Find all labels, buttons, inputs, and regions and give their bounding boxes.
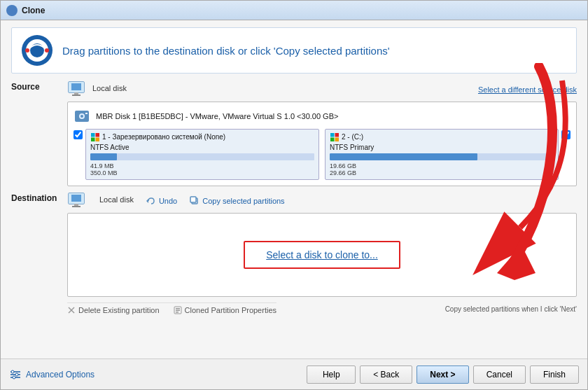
cloned-props-option: Cloned Partition Properties	[174, 306, 276, 314]
source-disk-container: MBR Disk 1 [B1BE5DBC] - VMware, VMware V…	[67, 102, 577, 186]
svg-rect-16	[91, 138, 95, 142]
delete-label: Delete Existing partition	[78, 306, 160, 314]
bottom-options: Delete Existing partition Cloned Partiti…	[67, 302, 276, 317]
svg-rect-21	[335, 138, 340, 142]
svg-rect-34	[176, 308, 180, 309]
footer-bar: Advanced Options Help < Back Next > Canc…	[1, 358, 587, 389]
back-button[interactable]: < Back	[360, 365, 412, 384]
finish-button[interactable]: Finish	[530, 365, 579, 384]
destination-section: Destination Local disk	[11, 192, 577, 346]
content-area: Drag partitions to the destination disk …	[1, 20, 587, 358]
undo-button[interactable]: Undo	[146, 196, 177, 206]
partition-1-footer: 41.9 MB 350.0 MB	[90, 162, 314, 176]
svg-marker-27	[146, 199, 148, 203]
title-bar-title: Clone	[22, 6, 45, 15]
next-button[interactable]: Next >	[416, 365, 468, 384]
partition-2-size1: 19.66 GB	[330, 162, 356, 169]
partition-2-footer: 19.66 GB 29.66 GB	[330, 162, 554, 176]
svg-point-40	[11, 370, 14, 373]
source-header-row: Local disk Select a different source dis…	[67, 81, 577, 99]
source-monitor-icon	[67, 81, 87, 99]
partition-1-type: NTFS Active	[90, 144, 314, 151]
svg-rect-24	[71, 195, 81, 202]
source-content: Local disk Select a different source dis…	[67, 81, 577, 186]
svg-point-4	[45, 48, 49, 53]
partition-2-size2: 29.66 GB	[330, 169, 356, 176]
disk-header: MBR Disk 1 [B1BE5DBC] - VMware, VMware V…	[74, 108, 570, 125]
svg-rect-26	[72, 206, 80, 207]
svg-rect-17	[96, 138, 100, 142]
svg-rect-36	[176, 312, 178, 313]
svg-rect-14	[91, 133, 95, 137]
app-logo	[20, 34, 54, 67]
select-disk-button[interactable]: Select a disk to clone to...	[244, 241, 400, 269]
copy-note: Copy selected partitions when I click 'N…	[276, 305, 577, 313]
delete-icon	[67, 306, 76, 314]
partition-2-type: NTFS Primary	[330, 144, 554, 151]
windows-icon-2	[330, 132, 340, 142]
undo-label: Undo	[159, 197, 177, 205]
partition-1-bar-container	[90, 153, 314, 160]
copy-icon	[190, 196, 200, 206]
dest-label: Destination	[11, 192, 67, 203]
source-label: Source	[11, 81, 67, 92]
disk-title: MBR Disk 1 [B1BE5DBC] - VMware, VMware V…	[96, 112, 338, 120]
help-button[interactable]: Help	[307, 365, 356, 384]
partition-1-bar	[90, 153, 117, 160]
delete-partition-option: Delete Existing partition	[67, 306, 160, 314]
footer-left: Advanced Options	[9, 368, 94, 381]
svg-rect-29	[190, 197, 196, 202]
source-sublabel: Local disk	[92, 84, 127, 92]
advanced-icon	[9, 368, 22, 381]
partition-2-check-col	[561, 129, 570, 180]
partition-2-bar-container	[330, 153, 554, 160]
dest-actions-row: Local disk Undo	[67, 192, 577, 210]
partition-2-container: 2 - (C:) NTFS Primary 19.66 GB 29.66 G	[325, 129, 570, 180]
select-different-source-link[interactable]: Select a different source disk	[478, 85, 577, 94]
partition-1: 1 - Зарезервировано системой (None) NTFS…	[85, 129, 319, 180]
partition-1-size1: 41.9 MB	[90, 162, 118, 169]
partition-1-checkbox[interactable]	[74, 130, 83, 139]
partition-2: 2 - (C:) NTFS Primary 19.66 GB 29.66 G	[325, 129, 559, 180]
partitions-row: 1 - Зарезервировано системой (None) NTFS…	[74, 129, 570, 180]
svg-rect-25	[74, 204, 78, 206]
header-instruction: Drag partitions to the destination disk …	[62, 45, 390, 57]
title-bar: Clone	[1, 1, 587, 20]
svg-rect-7	[71, 83, 81, 90]
destination-box: Select a disk to clone to...	[67, 213, 577, 297]
copy-selected-label: Copy selected partitions	[202, 197, 284, 205]
svg-rect-15	[96, 133, 100, 137]
clone-window: Clone Drag partitions to the destination…	[0, 0, 588, 390]
partition-1-check-col	[74, 129, 83, 180]
undo-icon	[146, 196, 156, 206]
dest-content: Local disk Undo	[67, 192, 577, 317]
svg-point-3	[25, 48, 29, 53]
partition-2-bar	[330, 153, 477, 160]
header-banner: Drag partitions to the destination disk …	[11, 27, 577, 74]
windows-icon-1	[90, 132, 100, 142]
svg-rect-9	[72, 95, 80, 96]
svg-point-41	[15, 373, 18, 376]
dest-sublabel: Local disk	[99, 195, 134, 204]
dest-monitor-icon	[67, 192, 87, 210]
advanced-options-link[interactable]: Advanced Options	[26, 370, 94, 379]
partition-1-label: 1 - Зарезервировано системой (None)	[102, 133, 225, 141]
copy-selected-button[interactable]: Copy selected partitions	[190, 196, 284, 206]
title-bar-icon	[6, 5, 18, 16]
cloned-props-label: Cloned Partition Properties	[185, 306, 276, 314]
cancel-button[interactable]: Cancel	[473, 365, 526, 384]
partition-1-container: 1 - Зарезервировано системой (None) NTFS…	[74, 129, 319, 180]
svg-rect-19	[335, 133, 340, 137]
svg-point-12	[80, 115, 83, 118]
svg-point-42	[13, 376, 15, 379]
svg-rect-20	[330, 138, 335, 142]
partition-1-size2: 350.0 MB	[90, 169, 118, 176]
source-section: Source Local disk Select a	[11, 81, 577, 186]
bottom-options-row: Delete Existing partition Cloned Partiti…	[67, 300, 577, 317]
svg-rect-8	[74, 92, 78, 95]
partition-2-checkbox[interactable]	[561, 130, 570, 139]
svg-rect-13	[85, 113, 88, 114]
props-icon	[174, 306, 182, 314]
disk-icon	[74, 108, 90, 125]
svg-rect-35	[176, 310, 180, 312]
